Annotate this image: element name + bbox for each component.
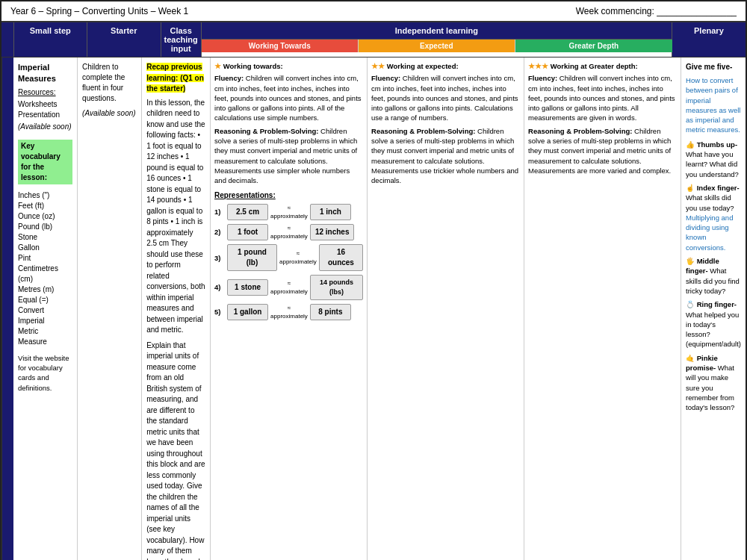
index-finger: ☝️ Index finger- What skills did you use… (686, 183, 741, 252)
ring-finger: 💍 Ring finger- What helped you in today'… (686, 299, 741, 349)
rep-3: 3) 1 pound (lb) ≈approximately 16 ounces (214, 244, 363, 271)
sub-header-greater: Greater Depth (515, 40, 672, 52)
rep1-mid: ≈approximately (270, 204, 308, 220)
representations-title-wt: Representations: (214, 190, 363, 201)
exp-reasoning: Reasoning & Problem-Solving: Children so… (371, 126, 520, 186)
pinkie: 🤙 Pinkie promise- What will you make sur… (686, 353, 741, 413)
rep-4: 4) 1 stone ≈approximately 14 pounds (lbs… (214, 275, 363, 299)
resource-worksheets: Worksheets (18, 99, 72, 110)
rep2-num: 2) (214, 227, 225, 237)
col-header-starter: Starter (87, 22, 161, 57)
vocab-list: Inches (") Feet (ft) Ounce (oz) Pound (l… (18, 190, 72, 347)
header-title: Year 6 – Spring – Converting Units – Wee… (10, 6, 188, 16)
indep-sub-headers: Working Towards Expected Greater Depth (202, 40, 672, 52)
header-week: Week commencing: ________________ (576, 6, 737, 16)
resources-label: Resources: (18, 87, 72, 98)
indep-cols: ★ Working towards: Fluency: Children wil… (211, 57, 681, 560)
how-to-convert: How to convert between pairs of imperial… (686, 75, 741, 135)
plenary-col: Give me five- How to convert between pai… (681, 57, 746, 560)
col-headers-row: Small step Starter Class teaching input … (1, 22, 746, 57)
rep-1: 1) 2.5 cm ≈approximately 1 inch (214, 204, 363, 220)
visit-note: Visit the website for vocabulary cards a… (18, 353, 72, 393)
indep-header-wrapper: Independent learning Working Towards Exp… (202, 22, 672, 57)
gd-fluency: Fluency: Children will convert inches in… (528, 73, 678, 122)
main-content: Lesson 5 Imperial Measures Resources: Wo… (1, 57, 746, 560)
rep5-left: 1 gallon (227, 304, 268, 320)
sub-header-working: Working Towards (202, 40, 359, 52)
rep3-left: 1 pound (lb) (227, 244, 277, 271)
small-step-col: Imperial Measures Resources: Worksheets … (13, 57, 78, 560)
rep5-num: 5) (214, 307, 225, 317)
lesson-number: Lesson 5 (1, 57, 13, 560)
rep1-right: 1 inch (310, 204, 351, 220)
rep3-right: 16 ounces (319, 244, 363, 271)
starter-note: (Available soon) (82, 108, 137, 119)
rep-5: 5) 1 gallon ≈approximately 8 pints (214, 304, 363, 320)
col-header-plenary: Plenary (672, 22, 746, 57)
available-note: (Available soon) (18, 122, 72, 132)
key-vocab-label: Key vocabulary for the lesson: (18, 140, 72, 184)
rep2-right: 12 inches (310, 224, 355, 240)
imperial-heading: Imperial Measures (18, 62, 72, 85)
wt-reasoning: Reasoning & Problem-Solving: Children so… (214, 126, 363, 186)
exp-fluency: Fluency: Children will convert inches in… (371, 73, 520, 122)
rep3-mid: ≈approximately (279, 249, 317, 266)
recap-text: In this lesson, the children need to kno… (146, 98, 205, 336)
wt-fluency: Fluency: Children will convert inches in… (214, 73, 363, 122)
working-towards-col: ★ Working towards: Fluency: Children wil… (211, 57, 368, 560)
rep2-left: 1 foot (227, 224, 268, 240)
rep5-right: 8 pints (310, 304, 351, 320)
give-five: Give me five- (686, 62, 741, 72)
rep4-right: 14 pounds (lbs) (310, 275, 363, 299)
col-header-teaching: Class teaching input (161, 22, 202, 57)
middle-finger: 🖐️ Middle finger- What skills did you fi… (686, 256, 741, 296)
page-wrapper: Year 6 – Spring – Converting Units – Wee… (0, 0, 747, 560)
recap-label: Recap previous learning: (Q1 on the star… (146, 62, 205, 95)
header: Year 6 – Spring – Converting Units – Wee… (1, 1, 746, 22)
rep2-mid: ≈approximately (270, 224, 308, 240)
rep3-num: 3) (214, 253, 225, 263)
explain-text: Explain that imperial units of measure c… (146, 340, 205, 561)
teaching-col: Recap previous learning: (Q1 on the star… (142, 57, 211, 560)
rep4-num: 4) (214, 282, 225, 292)
starter-col: Children to complete the fluent in four … (78, 57, 142, 560)
expected-col: ★★ Working at expected: Fluency: Childre… (368, 57, 524, 560)
rep-2: 2) 1 foot ≈approximately 12 inches (214, 224, 363, 240)
col-header-small-step: Small step (14, 22, 88, 57)
exp-heading: ★★ Working at expected: (371, 61, 520, 71)
rep-rows: 1) 2.5 cm ≈approximately 1 inch 2) 1 foo… (214, 204, 363, 320)
thumbs-up: 👍 Thumbs up- What have you learnt? What … (686, 140, 741, 179)
col-header-indep: Independent learning (202, 22, 672, 40)
rep1-num: 1) (214, 207, 225, 217)
resource-presentation: Presentation (18, 110, 72, 120)
sub-header-expected: Expected (359, 40, 515, 52)
rep5-mid: ≈approximately (270, 304, 308, 320)
greater-depth-col: ★★★ Working at Greater depth: Fluency: C… (524, 57, 681, 560)
gd-reasoning: Reasoning & Problem-Solving: Children so… (528, 126, 678, 175)
gd-heading: ★★★ Working at Greater depth: (528, 61, 678, 71)
rep4-mid: ≈approximately (270, 279, 308, 296)
rep4-left: 1 stone (227, 279, 268, 296)
indep-col: ★ Working towards: Fluency: Children wil… (211, 57, 681, 560)
starter-text: Children to complete the fluent in four … (82, 62, 137, 104)
wt-heading: ★ Working towards: (214, 61, 363, 71)
rep1-left: 2.5 cm (227, 204, 268, 220)
